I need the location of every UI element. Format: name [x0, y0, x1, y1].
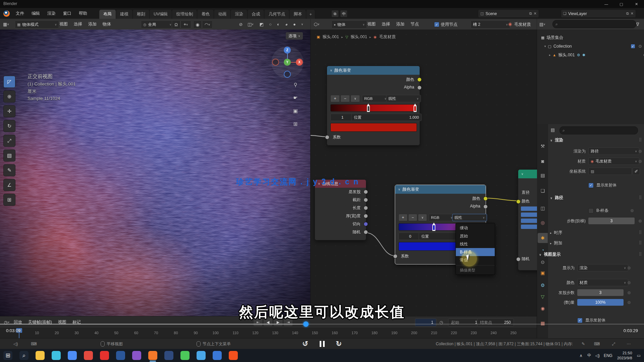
taskbar-video-app[interactable] [229, 351, 238, 360]
color-ramp-gradient[interactable] [330, 104, 417, 112]
value-slider[interactable] [521, 225, 537, 229]
modifier-badge-icon[interactable]: ⚙ [577, 53, 580, 57]
keyframe-dot[interactable] [639, 160, 642, 163]
taskbar-mail-app[interactable] [213, 351, 222, 360]
properties-tab-scene[interactable]: ◫ [538, 203, 548, 213]
dropdown-item[interactable]: 缓动 [456, 224, 495, 232]
gizmo-y-axis[interactable]: Y [284, 59, 291, 66]
keyframe-dot[interactable] [631, 209, 634, 212]
collapse-icon[interactable]: ∨ [330, 69, 332, 72]
eyedropper-icon[interactable]: ✐ [633, 168, 640, 175]
color-dropdown[interactable]: 材质∨ [577, 279, 628, 286]
output-socket[interactable] [364, 206, 368, 210]
more-icon[interactable]: ⋯ [627, 339, 631, 349]
toggle-grid-icon[interactable]: ⊞ [291, 120, 300, 128]
video-progress-bar[interactable] [0, 324, 644, 324]
viewport-3d[interactable]: 正交前视图 (1) Collection | 猴头.001 厘米 Sample … [0, 29, 310, 316]
workspace-tab[interactable]: 合成 [248, 10, 264, 19]
remove-stop-button[interactable]: − [340, 95, 350, 102]
output-color-socket[interactable] [417, 77, 422, 82]
properties-tab-world[interactable]: ◎ [538, 218, 548, 228]
mode-dropdown[interactable]: ▦ 物体模式∨ [15, 20, 59, 28]
properties-tab-particles[interactable]: ✱ [538, 233, 548, 243]
volume-icon[interactable]: ◁) [595, 353, 600, 358]
output-socket[interactable] [364, 214, 368, 218]
value-slider[interactable] [521, 206, 537, 211]
navigation-gizmo[interactable]: Z X Y [271, 46, 304, 78]
falloff-dropdown[interactable]: ◠∨ [202, 20, 213, 28]
taskbar-wechat[interactable] [180, 351, 190, 360]
shader-menu[interactable]: 选择 [379, 19, 393, 29]
output-alpha-socket[interactable] [483, 204, 488, 209]
fac-input-socket[interactable] [393, 254, 397, 258]
xray-toggle-icon[interactable]: ◩ [258, 20, 266, 28]
workspace-tab[interactable]: 几何节点 [264, 10, 289, 19]
notification-icon[interactable]: ▭ [637, 353, 641, 358]
node-principled-hair-partial[interactable]: ∨ 直径 颜色 随机 [518, 169, 537, 270]
tool-measure[interactable]: ∠ [3, 179, 15, 191]
menubar-menu[interactable]: 窗口 [59, 8, 75, 19]
frame-end-field[interactable]: 结束点 250 [477, 318, 514, 326]
remove-viewlayer-icon[interactable]: ✕ [631, 11, 634, 16]
strand-steps-field[interactable]: 3 [577, 289, 624, 296]
shading-wireframe-icon[interactable]: ○ [266, 20, 274, 28]
taskbar-browser-red[interactable] [84, 351, 93, 360]
tool-move[interactable]: ✛ [3, 105, 15, 117]
expand-icon[interactable]: ▸ [549, 53, 551, 57]
properties-tab-view-layer[interactable]: ❏ [538, 186, 548, 196]
add-stop-button[interactable]: + [398, 214, 408, 221]
stop-position-field[interactable]: 位置 1.000 [351, 114, 422, 121]
shading-rendered-icon[interactable]: ● [290, 20, 299, 28]
ramp-stop-handle[interactable] [414, 104, 417, 112]
menubar-menu[interactable]: 帮助 [75, 8, 91, 19]
value-slider[interactable] [521, 219, 537, 223]
tool-select-box[interactable]: ◸ [3, 76, 15, 88]
amount-slider[interactable]: 100% [577, 299, 624, 306]
keyframe-dot[interactable] [639, 150, 642, 153]
filter-icon[interactable]: ∇ [634, 20, 642, 28]
slot-dropdown[interactable]: 槽 2∨ [471, 20, 510, 28]
video-progress-handle[interactable] [303, 321, 309, 327]
node-header[interactable]: ∨ [518, 170, 537, 178]
viewlayer-selector[interactable]: ❏ ViewLayer ⧉ ✕ [561, 9, 636, 18]
ramp-stop-handle[interactable] [367, 104, 370, 112]
viewport-menu[interactable]: 视图 [56, 19, 71, 29]
menubar-menu[interactable]: 文件 [12, 8, 28, 19]
bspline-checkbox[interactable] [588, 208, 594, 214]
overlays-dropdown[interactable]: ◫∨ [246, 20, 256, 28]
video-pause-button[interactable] [316, 340, 328, 348]
shader-menu[interactable]: 视图 [364, 19, 379, 29]
particles-badge-icon[interactable]: ✱ [582, 53, 585, 57]
taskbar-blender[interactable] [148, 351, 157, 360]
workspace-tab[interactable]: 建模 [116, 10, 133, 19]
display-as-dropdown[interactable]: 渲染∨ [577, 264, 628, 272]
viewport-options-button[interactable]: 选项∨ [286, 32, 303, 40]
annotate-pen-icon[interactable]: ✎ [582, 339, 585, 349]
viewport-menu[interactable]: 添加 [85, 19, 100, 29]
editor-type-icon[interactable]: ▦∨ [2, 20, 10, 28]
ramp-options-button[interactable]: ∨ [351, 95, 360, 102]
outliner-search-input[interactable]: ⌕ [552, 20, 636, 28]
menubar-menu[interactable]: 编辑 [28, 8, 44, 19]
taskbar-qq[interactable] [197, 351, 206, 360]
timeline-ruler[interactable]: 1 10203040506070809010011012013014015016… [0, 328, 537, 339]
output-alpha-socket[interactable] [417, 85, 422, 90]
taskbar-start[interactable]: ⊞ [3, 351, 12, 360]
show-gizmo-icon[interactable]: ⊘ [237, 20, 245, 28]
expand-icon[interactable]: ▾ [544, 45, 546, 48]
new-scene-icon[interactable]: ⧉ [529, 11, 532, 16]
node-curve-info[interactable]: ∨ 曲线信息 是发股截距长度厚(宽)度切向随机 [315, 179, 366, 240]
tool-add-cube[interactable]: ⊞ [3, 194, 15, 206]
material-dropdown[interactable]: ◉ 毛发材质∨ [588, 158, 639, 165]
section-render[interactable]: ∨渲染 [550, 137, 563, 143]
workspace-tab[interactable]: UV编辑 [150, 10, 172, 19]
use-nodes-checkbox[interactable]: ✓ [434, 22, 439, 27]
shader-editor-type-icon[interactable]: ⬡∨ [313, 20, 321, 28]
camera-view-icon[interactable]: ▣ [291, 107, 300, 115]
clock[interactable]: 21:502023/9/8 [617, 351, 632, 360]
dropdown-item[interactable]: 线性 [456, 240, 495, 248]
taskbar-edge-browser[interactable] [52, 351, 61, 360]
outliner-type-icon[interactable]: ▤∨ [538, 20, 546, 28]
video-rewind-button[interactable]: ↺10 [299, 340, 311, 348]
ramp-options-button[interactable]: ∨ [418, 214, 427, 221]
